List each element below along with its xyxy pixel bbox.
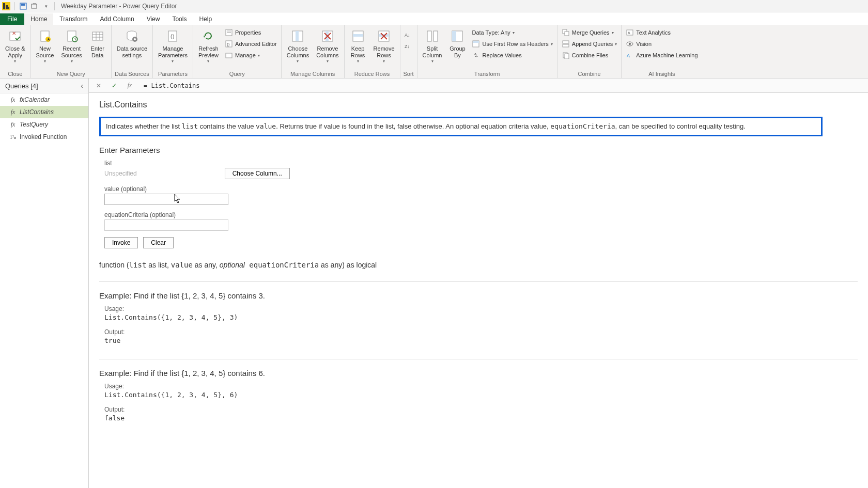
tab-tools[interactable]: Tools — [166, 13, 193, 25]
vision-button[interactable]: Vision — [624, 38, 700, 50]
group-label-datasources: Data Sources — [114, 70, 150, 78]
tab-view[interactable]: View — [141, 13, 166, 25]
svg-text:Z↓: Z↓ — [405, 44, 410, 49]
query-item-testquery[interactable]: fx TestQuery — [0, 118, 88, 131]
query-item-invoked-function[interactable]: 1²₃ Invoked Function — [0, 131, 88, 143]
data-type-button[interactable]: Data Type: Any ▾ — [470, 27, 554, 38]
manage-parameters-label: Manage Parameters — [158, 45, 188, 59]
choose-column-button[interactable]: Choose Column... — [225, 168, 290, 179]
text-analytics-button[interactable]: AText Analytics — [624, 27, 700, 38]
group-by-icon — [449, 28, 466, 44]
advanced-editor-button[interactable]: {}Advanced Editor — [223, 38, 279, 50]
ribbon-group-close: ✕ Close & Apply ▾ Close — [0, 25, 31, 78]
azure-ml-button[interactable]: AAzure Machine Learning — [624, 50, 700, 61]
ribbon-group-parameters: () Manage Parameters▾ Parameters — [153, 25, 193, 78]
qat-divider-2 — [54, 2, 55, 10]
ribbon: ✕ Close & Apply ▾ Close ★ New Source▾ Re… — [0, 25, 868, 78]
manage-button[interactable]: Manage ▾ — [223, 50, 279, 61]
separator — [99, 281, 858, 282]
remove-columns-icon — [319, 28, 336, 44]
ribbon-group-transform: Split Column▾ Group By Data Type: Any ▾ … — [417, 25, 557, 78]
azure-ml-icon: A — [626, 51, 634, 59]
param-eqcriteria-block: equationCriteria (optional) — [104, 211, 858, 231]
new-source-button[interactable]: ★ New Source▾ — [33, 27, 57, 65]
keep-rows-button[interactable]: Keep Rows▾ — [347, 27, 369, 65]
menu-tabs: File Home Transform Add Column View Tool… — [0, 12, 868, 25]
query-label: fxCalendar — [20, 96, 50, 103]
query-item-fxcalendar[interactable]: fx fxCalendar — [0, 93, 88, 106]
usage-label: Usage: — [104, 383, 858, 390]
enter-parameters-heading: Enter Parameters — [99, 146, 858, 154]
example-2-heading: Example: Find if the list {1, 2, 3, 4, 5… — [99, 369, 858, 377]
split-column-button[interactable]: Split Column▾ — [420, 27, 445, 65]
keep-rows-icon — [350, 28, 366, 44]
tab-add-column[interactable]: Add Column — [94, 13, 141, 25]
svg-rect-55 — [565, 54, 569, 59]
recent-sources-button[interactable]: Recent Sources▾ — [58, 27, 85, 65]
svg-rect-6 — [32, 4, 37, 8]
merge-queries-button[interactable]: Merge Queries ▾ — [560, 27, 619, 38]
new-source-label: New Source — [36, 45, 54, 59]
chevron-down-icon: ▾ — [14, 59, 16, 64]
remove-columns-button[interactable]: Remove Columns▾ — [313, 27, 342, 65]
properties-icon — [225, 28, 233, 37]
save-icon[interactable] — [19, 2, 27, 10]
enter-data-button[interactable]: Enter Data — [86, 27, 109, 60]
sort-desc-button[interactable]: Z↓ — [402, 40, 415, 52]
refresh-preview-button[interactable]: Refresh Preview▾ — [195, 27, 222, 65]
commit-formula-icon[interactable]: ✓ — [109, 80, 120, 91]
choose-columns-label: Choose Columns — [287, 45, 309, 59]
properties-button[interactable]: Properties — [223, 27, 279, 38]
close-apply-button[interactable]: ✕ Close & Apply ▾ — [2, 27, 28, 65]
cancel-formula-icon[interactable]: ✕ — [93, 80, 104, 91]
content: List.Contains Indicates whether the list… — [89, 93, 868, 444]
formula-text[interactable]: = List.Contains — [140, 82, 864, 89]
ribbon-group-ai: AText Analytics Vision AAzure Machine Le… — [622, 25, 702, 78]
tab-transform[interactable]: Transform — [53, 13, 94, 25]
qat-dropdown-icon[interactable]: ▾ — [42, 2, 50, 10]
svg-point-21 — [134, 38, 136, 40]
param-value-input[interactable] — [104, 194, 228, 205]
svg-point-59 — [629, 43, 631, 45]
ribbon-group-combine: Merge Queries ▾ Append Queries ▾ Combine… — [557, 25, 622, 78]
query-label: TestQuery — [20, 121, 48, 128]
svg-rect-1 — [3, 3, 5, 9]
query-item-listcontains[interactable]: fx ListContains — [0, 106, 88, 118]
combine-files-button[interactable]: Combine Files — [560, 50, 619, 61]
choose-columns-button[interactable]: Choose Columns▾ — [284, 27, 312, 65]
remove-rows-button[interactable]: Remove Rows▾ — [370, 27, 398, 65]
split-column-label: Split Column — [423, 45, 442, 59]
tab-file[interactable]: File — [0, 13, 24, 25]
append-queries-button[interactable]: Append Queries ▾ — [560, 38, 619, 50]
sort-asc-icon: A↓ — [405, 30, 413, 39]
tab-help[interactable]: Help — [193, 13, 218, 25]
enter-data-icon — [89, 28, 106, 44]
clear-button[interactable]: Clear — [143, 237, 174, 248]
example-2-output: false — [104, 414, 858, 422]
formula-bar: ✕ ✓ fx = List.Contains — [89, 78, 868, 93]
first-row-headers-button[interactable]: Use First Row as Headers ▾ — [470, 38, 554, 50]
undo-icon[interactable] — [30, 2, 39, 10]
manage-parameters-button[interactable]: () Manage Parameters▾ — [155, 27, 191, 65]
sort-asc-button[interactable]: A↓ — [402, 29, 415, 40]
param-eqcriteria-label: equationCriteria (optional) — [104, 211, 858, 218]
replace-values-button[interactable]: Replace Values — [470, 50, 554, 61]
param-eqcriteria-input[interactable] — [104, 219, 228, 231]
example-1-code: List.Contains({1, 2, 3, 4, 5}, 3) — [104, 313, 858, 321]
data-source-settings-button[interactable]: Data source settings — [114, 27, 150, 60]
group-label-reducerows: Reduce Rows — [347, 70, 398, 78]
function-icon: fx — [9, 96, 17, 103]
param-value-block: value (optional) — [104, 185, 858, 205]
group-label-parameters: Parameters — [155, 70, 191, 78]
replace-icon — [472, 51, 480, 59]
fx-icon[interactable]: fx — [124, 80, 135, 91]
example-2-code: List.Contains({1, 2, 3, 4, 5}, 6) — [104, 391, 858, 399]
example-1-heading: Example: Find if the list {1, 2, 3, 4, 5… — [99, 291, 858, 300]
svg-rect-29 — [226, 53, 232, 58]
collapse-pane-icon[interactable]: ‹ — [81, 82, 83, 90]
main: ✕ ✓ fx = List.Contains List.Contains Ind… — [89, 78, 868, 488]
tab-home[interactable]: Home — [24, 13, 53, 25]
output-label: Output: — [104, 328, 858, 336]
group-by-button[interactable]: Group By — [446, 27, 469, 60]
invoke-button[interactable]: Invoke — [104, 237, 138, 248]
